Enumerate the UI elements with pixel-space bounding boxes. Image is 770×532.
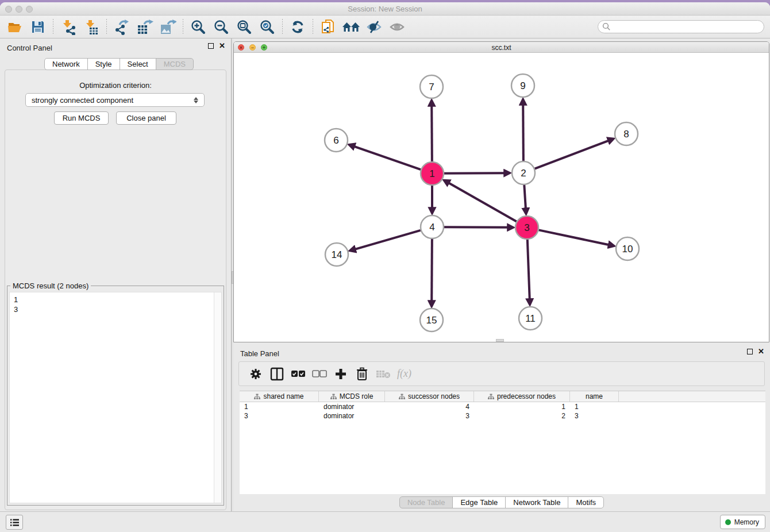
- import-network-icon[interactable]: [59, 18, 78, 36]
- tab-select[interactable]: Select: [120, 58, 156, 70]
- node-1[interactable]: 1: [421, 162, 444, 185]
- columns-icon[interactable]: [266, 365, 287, 383]
- node-15[interactable]: 15: [420, 309, 443, 331]
- node-3[interactable]: 3: [515, 216, 538, 239]
- column-header-MCDS-role[interactable]: MCDS role: [319, 391, 385, 402]
- function-builder-icon: f(x): [394, 365, 415, 383]
- home-neighbors-icon[interactable]: [341, 18, 361, 36]
- table-tab-edge-table[interactable]: Edge Table: [452, 496, 506, 508]
- edge-3-11[interactable]: [528, 240, 530, 299]
- table-cell[interactable]: dominator: [319, 411, 385, 421]
- mcds-result-values: 1 3: [14, 295, 18, 314]
- node-label: 10: [622, 244, 633, 255]
- table-cell[interactable]: 3: [240, 411, 319, 421]
- node-label: 3: [524, 222, 529, 233]
- node-7[interactable]: 7: [420, 75, 443, 98]
- table-cell[interactable]: 4: [385, 402, 474, 411]
- network-window-title: scc.txt: [234, 44, 769, 52]
- deselect-all-icon[interactable]: [309, 365, 330, 383]
- refresh-layout-icon[interactable]: [288, 18, 307, 36]
- node-table-header: shared nameMCDS rolesuccessor nodesprede…: [240, 391, 765, 402]
- column-header-predecessor-nodes[interactable]: predecessor nodes: [474, 391, 570, 402]
- task-history-button[interactable]: [6, 515, 23, 530]
- edge-1-6[interactable]: [355, 147, 421, 169]
- node-2[interactable]: 2: [512, 161, 535, 184]
- delete-icon[interactable]: [351, 365, 372, 383]
- node-10[interactable]: 10: [616, 237, 639, 260]
- tab-mcds[interactable]: MCDS: [156, 58, 194, 70]
- node-9[interactable]: 9: [511, 74, 534, 97]
- export-table-icon[interactable]: [135, 18, 155, 36]
- control-panel-title: Control Panel: [7, 44, 52, 52]
- column-header-successor-nodes[interactable]: successor nodes: [385, 391, 474, 402]
- gear-icon[interactable]: [245, 365, 266, 383]
- control-panel: Control Panel ✕ NetworkStyleSelectMCDS O…: [0, 38, 231, 514]
- run-mcds-button[interactable]: Run MCDS: [54, 111, 109, 125]
- mcds-result-textarea[interactable]: 1 3: [9, 292, 222, 503]
- table-panel: Table Panel ✕: [233, 344, 770, 512]
- table-cell[interactable]: 3: [570, 411, 619, 421]
- node-table: shared nameMCDS rolesuccessor nodesprede…: [240, 391, 765, 494]
- titlebar: Session: New Session: [0, 2, 770, 16]
- table-cell[interactable]: 2: [474, 411, 570, 421]
- table-tab-node-table[interactable]: Node Table: [399, 496, 453, 508]
- export-network-icon[interactable]: [112, 18, 132, 36]
- node-label: 2: [521, 168, 526, 179]
- select-all-icon[interactable]: [287, 365, 309, 383]
- tab-style[interactable]: Style: [87, 58, 120, 70]
- hide-selected-icon[interactable]: [364, 18, 384, 36]
- table-row[interactable]: 1dominator411: [240, 402, 765, 411]
- float-panel-icon[interactable]: [208, 43, 214, 49]
- edge-3-1[interactable]: [449, 183, 517, 222]
- table-tab-network-table[interactable]: Network Table: [505, 496, 568, 508]
- node-11[interactable]: 11: [519, 307, 542, 330]
- node-14[interactable]: 14: [325, 243, 348, 266]
- export-image-icon[interactable]: [158, 18, 178, 36]
- column-header-shared-name[interactable]: shared name: [240, 391, 319, 402]
- zoom-in-icon[interactable]: [188, 18, 208, 36]
- close-panel-icon[interactable]: ✕: [219, 43, 225, 49]
- table-row[interactable]: 3dominator323: [240, 411, 765, 421]
- clone-network-icon[interactable]: [318, 18, 338, 36]
- edge-4-15[interactable]: [432, 239, 432, 300]
- node-6[interactable]: 6: [325, 129, 348, 152]
- zoom-selected-icon[interactable]: [257, 18, 277, 36]
- table-cell[interactable]: 1: [474, 402, 570, 411]
- save-icon[interactable]: [28, 18, 48, 36]
- table-cell[interactable]: 3: [385, 411, 474, 421]
- network-resize-grip[interactable]: [496, 339, 504, 342]
- zoom-out-icon[interactable]: [211, 18, 231, 36]
- edge-1-2[interactable]: [444, 173, 504, 174]
- import-table-icon[interactable]: [82, 18, 101, 36]
- network-canvas[interactable]: 7968124314101511: [234, 53, 769, 342]
- search-icon: [602, 22, 611, 31]
- show-all-icon[interactable]: [387, 18, 407, 36]
- tab-network[interactable]: Network: [44, 58, 88, 70]
- table-panel-tabs: Node TableEdge TableNetwork TableMotifs: [233, 496, 770, 508]
- table-cell[interactable]: 1: [240, 402, 319, 411]
- memory-button[interactable]: Memory: [720, 515, 765, 529]
- search-input[interactable]: [611, 22, 764, 32]
- edge-3-10[interactable]: [539, 230, 609, 245]
- add-column-icon[interactable]: [330, 365, 351, 383]
- edge-1-7[interactable]: [432, 106, 432, 161]
- float-table-panel-icon[interactable]: [747, 349, 753, 354]
- zoom-fit-icon[interactable]: [234, 18, 254, 36]
- table-cell[interactable]: 1: [570, 402, 619, 411]
- edge-2-3[interactable]: [524, 185, 526, 208]
- edge-4-14[interactable]: [356, 230, 421, 249]
- result-scrollbar[interactable]: [214, 292, 221, 503]
- close-table-panel-icon[interactable]: ✕: [758, 349, 764, 354]
- optimization-criterion-select[interactable]: strongly connected component: [25, 93, 205, 107]
- close-panel-button[interactable]: Close panel: [116, 111, 176, 125]
- table-cell[interactable]: dominator: [319, 402, 385, 411]
- table-tab-motifs[interactable]: Motifs: [568, 496, 604, 508]
- edge-2-9[interactable]: [523, 105, 523, 161]
- open-folder-icon[interactable]: [5, 18, 25, 36]
- node-4[interactable]: 4: [421, 215, 444, 238]
- node-8[interactable]: 8: [615, 122, 638, 145]
- search-field[interactable]: [598, 20, 764, 33]
- edge-2-8[interactable]: [535, 141, 609, 168]
- column-header-name[interactable]: name: [570, 391, 619, 402]
- edge-4-3[interactable]: [444, 227, 507, 228]
